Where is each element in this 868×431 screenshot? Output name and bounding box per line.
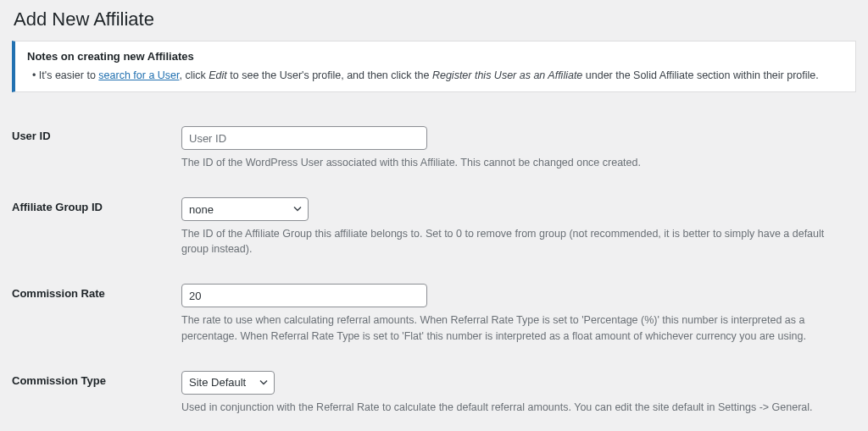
affiliate-group-label: Affiliate Group ID bbox=[12, 194, 181, 280]
notice-text: , click bbox=[180, 69, 209, 81]
user-id-desc: The ID of the WordPress User associated … bbox=[181, 155, 843, 170]
notice-text: to see the User's profile, and then clic… bbox=[227, 69, 432, 81]
notice-heading: Notes on creating new Affiliates bbox=[27, 50, 843, 63]
notice-text: It's easier to bbox=[39, 69, 98, 81]
commission-rate-input[interactable] bbox=[181, 284, 427, 307]
user-id-label: User ID bbox=[12, 123, 181, 194]
affiliate-group-desc: The ID of the Affiliate Group this affil… bbox=[181, 226, 843, 257]
notice-em: Register this User as an Affiliate bbox=[432, 69, 582, 81]
notice-panel: Notes on creating new Affiliates It's ea… bbox=[12, 41, 856, 92]
commission-type-select[interactable]: Site Default bbox=[181, 371, 275, 395]
affiliate-group-select[interactable]: none bbox=[181, 197, 309, 221]
page-title: Add New Affiliate bbox=[14, 8, 856, 30]
user-id-input[interactable] bbox=[181, 126, 427, 150]
notice-item: It's easier to search for a User, click … bbox=[32, 69, 843, 81]
search-user-link[interactable]: search for a User bbox=[98, 69, 179, 81]
notice-text: under the Solid Affiliate section within… bbox=[582, 69, 818, 81]
form-table: User ID The ID of the WordPress User ass… bbox=[12, 123, 856, 431]
commission-type-label: Commission Type bbox=[12, 367, 181, 431]
commission-rate-desc: The rate to use when calculating referra… bbox=[181, 312, 843, 343]
notice-list: It's easier to search for a User, click … bbox=[27, 69, 843, 81]
notice-em: Edit bbox=[209, 69, 227, 81]
commission-rate-label: Commission Rate bbox=[12, 280, 181, 367]
commission-type-desc: Used in conjunction with the Referral Ra… bbox=[181, 400, 843, 415]
